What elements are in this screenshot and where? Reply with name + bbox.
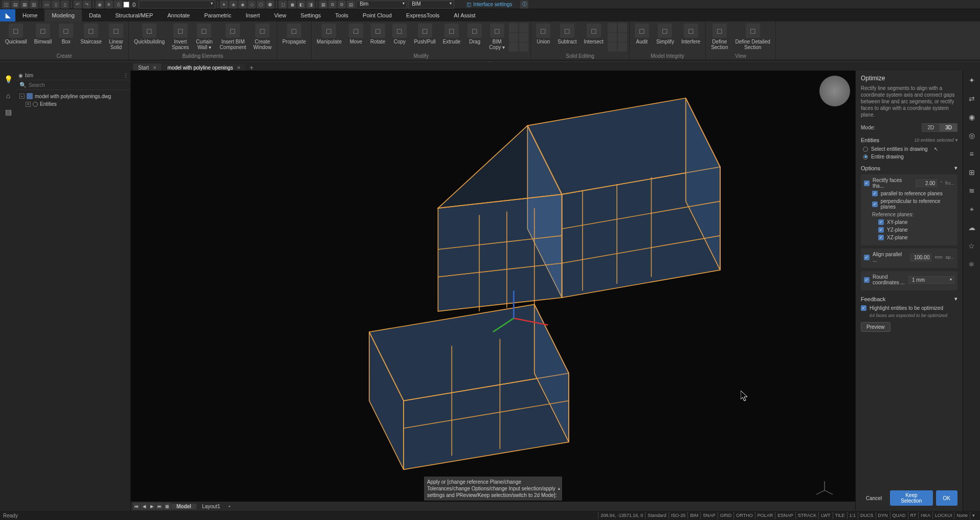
tab-data[interactable]: Data	[82, 9, 108, 21]
ribbon-button[interactable]: ◻BIM Copy ▾	[486, 22, 508, 52]
ribbon-small-button[interactable]	[618, 33, 627, 42]
status-toggle[interactable]: DUCS	[858, 512, 876, 519]
new-icon[interactable]: ◫	[2, 1, 10, 9]
ribbon-button[interactable]: ◻Intersect	[581, 22, 607, 52]
rail-icon-3[interactable]: ◉	[966, 111, 977, 123]
rail-icon-5[interactable]: ≡	[966, 148, 977, 160]
rail-icon-1[interactable]: ✦	[966, 75, 977, 86]
preview-button[interactable]: Preview	[861, 322, 890, 332]
tab-insert[interactable]: Insert	[238, 9, 267, 21]
ribbon-button[interactable]: ◻Quickbuilding	[131, 22, 168, 52]
status-toggle[interactable]: 1:1	[847, 512, 858, 519]
entities-count[interactable]: 10 entities selected ▾	[914, 138, 957, 143]
mode-3d-button[interactable]: 3D	[940, 123, 957, 132]
chevron-down-icon[interactable]: ▾	[954, 165, 957, 171]
layer-icon[interactable]: ▭	[42, 1, 51, 9]
pick-icon[interactable]: ↖	[934, 146, 938, 152]
freeze-icon[interactable]: ❄	[105, 1, 113, 9]
saveas-icon[interactable]: ▥	[30, 1, 38, 9]
perpendicular-check[interactable]	[872, 201, 878, 207]
ribbon-button[interactable]: ◻Interfere	[678, 22, 703, 52]
ribbon-button[interactable]: ◻Staircase	[77, 22, 105, 52]
ribbon-button[interactable]: ◻Define Detailed Section	[732, 22, 773, 52]
status-toggle[interactable]: BIM	[687, 512, 700, 519]
status-toggle[interactable]: DYN	[876, 512, 890, 519]
layout-tab-model[interactable]: Model	[171, 504, 196, 509]
status-toggle[interactable]: STRACK	[795, 512, 819, 519]
interface-settings-link[interactable]: ◫ Interface settings	[466, 2, 512, 7]
layer-prev-icon[interactable]: ▯	[52, 1, 60, 9]
align-check[interactable]	[864, 255, 870, 260]
ribbon-button[interactable]: ◻Propagate	[279, 22, 309, 60]
cube-d-icon[interactable]: ◨	[306, 1, 315, 9]
align-value-input[interactable]	[910, 254, 931, 261]
viewcube[interactable]	[819, 76, 850, 106]
ribbon-small-button[interactable]	[608, 33, 617, 42]
highlight-check[interactable]	[861, 305, 866, 311]
current-color-swatch[interactable]	[123, 2, 129, 8]
workspace-dropdown-1[interactable]: Bim	[356, 1, 407, 9]
status-toggle[interactable]: ORTHO	[733, 512, 754, 519]
rail-icon-2[interactable]: ⇄	[966, 93, 977, 104]
bulb-icon[interactable]: ◉	[96, 1, 104, 9]
status-toggle[interactable]: LWT	[818, 512, 832, 519]
status-toggle[interactable]: POLAR	[755, 512, 775, 519]
close-icon[interactable]: ×	[237, 64, 240, 71]
ribbon-small-button[interactable]	[519, 42, 528, 52]
round-select[interactable]: 1 mm	[908, 276, 954, 284]
radio-entire-drawing[interactable]: Entire drawing	[861, 154, 957, 160]
ribbon-button[interactable]: ◻Copy	[389, 22, 410, 52]
layouts-list-icon[interactable]: ▦	[164, 503, 171, 510]
layer-next-icon[interactable]: ▯	[61, 1, 69, 9]
close-icon[interactable]: ×	[153, 64, 156, 71]
bulb-rail-icon[interactable]: 💡	[3, 74, 14, 85]
panel-menu-icon[interactable]: ⋮	[123, 73, 128, 78]
ribbon-button[interactable]: ◻Insert BIM Component	[217, 22, 250, 52]
status-menu-icon[interactable]: ▾	[970, 512, 977, 519]
rail-icon-4[interactable]: ◎	[966, 130, 977, 141]
tree-child-row[interactable]: + Entities	[17, 100, 129, 108]
first-layout-icon[interactable]: ⏮	[133, 503, 140, 510]
last-layout-icon[interactable]: ⏭	[156, 503, 163, 510]
tab-annotate[interactable]: Annotate	[160, 9, 197, 21]
cube-a-icon[interactable]: ◻	[279, 1, 287, 9]
status-toggle[interactable]: ESNAP	[775, 512, 795, 519]
rail-icon-6[interactable]: ⊞	[966, 167, 977, 178]
tab-structural[interactable]: Structural/MEP	[108, 9, 160, 21]
rail-icon-10[interactable]: ☆	[966, 240, 977, 252]
ribbon-button[interactable]: ◻Union	[533, 22, 553, 52]
ribbon-button[interactable]: ◻Subtract	[554, 22, 580, 52]
radio-select-entities[interactable]: Select entities in drawing ↖	[861, 146, 957, 152]
rectify-check[interactable]	[864, 180, 870, 186]
rail-icon-8[interactable]: ⌖	[966, 204, 977, 215]
layer-dropdown[interactable]	[139, 1, 215, 9]
ribbon-small-button[interactable]	[509, 23, 518, 32]
viewport[interactable]: Apply or [change reference Plane/change …	[131, 71, 855, 511]
collapse-icon[interactable]: −	[19, 94, 25, 99]
ribbon-button[interactable]: ◻Extrude	[440, 22, 463, 52]
ribbon-button[interactable]: ◻Curtain Wall ▾	[193, 22, 215, 52]
rail-icon-7[interactable]: ≋	[966, 185, 977, 196]
tab-parametric[interactable]: Parametric	[197, 9, 238, 21]
tool-c-icon[interactable]: ◆	[238, 1, 247, 9]
tool-d-icon[interactable]: ◇	[248, 1, 256, 9]
ribbon-button[interactable]: ◻Linear Solid	[106, 22, 126, 52]
rectify-value-input[interactable]	[916, 179, 937, 187]
ribbon-button[interactable]: ◻Define Section	[708, 22, 731, 52]
tool-e-icon[interactable]: ⬡	[257, 1, 265, 9]
ribbon-small-button[interactable]	[519, 23, 528, 32]
scroll-up-icon[interactable]: ▲	[557, 486, 561, 491]
tab-settings[interactable]: Settings	[294, 9, 328, 21]
tool-a-icon[interactable]: ✦	[220, 1, 228, 9]
axis-widget[interactable]	[814, 480, 835, 501]
home-rail-icon[interactable]: ⌂	[3, 90, 14, 101]
ribbon-small-button[interactable]	[618, 42, 627, 52]
expand-icon[interactable]: +	[26, 102, 31, 107]
cube-b-icon[interactable]: ◼	[288, 1, 296, 9]
ribbon-button[interactable]: ◻Create Window	[250, 22, 275, 52]
status-toggle[interactable]: ISO-25	[669, 512, 688, 519]
round-check[interactable]	[864, 277, 870, 283]
keep-selection-button[interactable]: Keep Selection	[890, 490, 932, 506]
chevron-down-icon[interactable]: ▾	[954, 296, 957, 302]
ribbon-button[interactable]: ◻Push/Pull	[411, 22, 438, 52]
